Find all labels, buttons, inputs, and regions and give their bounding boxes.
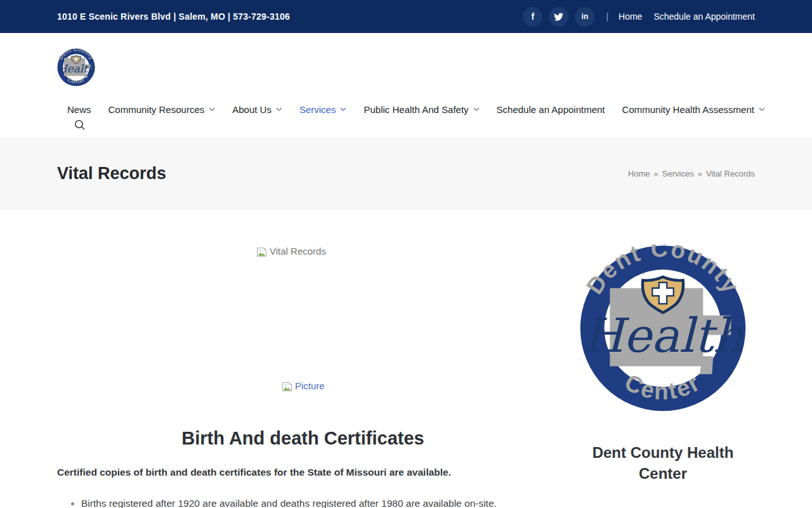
image-alt-link-text: Picture <box>295 380 325 391</box>
topbar-schedule-link[interactable]: Schedule an Appointment <box>653 11 755 22</box>
broken-image-icon <box>281 380 294 393</box>
search-row <box>74 119 755 131</box>
site-logo[interactable] <box>57 48 95 86</box>
chevron-down-icon <box>340 107 346 112</box>
sidebar: Dent County Health Center <box>571 210 755 484</box>
topbar-home-link[interactable]: Home <box>619 11 642 22</box>
breadcrumb-separator: » <box>698 169 702 178</box>
sidebar-logo <box>579 244 747 412</box>
breadcrumb-separator: » <box>654 169 658 178</box>
image-alt-text: Vital Records <box>270 246 326 257</box>
breadcrumb-current: Vital Records <box>706 169 755 178</box>
main-content-area: Vital Records Picture Birth And death Ce… <box>0 210 812 508</box>
intro-paragraph: Certified copies of birth and death cert… <box>57 465 549 479</box>
chevron-down-icon <box>473 107 480 112</box>
page-title-band: Vital Records Home » Services » Vital Re… <box>0 138 812 210</box>
nav-item-services[interactable]: Services <box>299 104 347 115</box>
topbar: 1010 E Scenic Rivers Blvd | Salem, MO | … <box>0 0 812 33</box>
broken-image-vital-records: Vital Records <box>256 246 549 258</box>
facebook-icon[interactable]: f <box>523 7 542 27</box>
article-content: Vital Records Picture Birth And death Ce… <box>57 210 549 508</box>
nav-item-public-health-and-safety[interactable]: Public Health And Safety <box>363 104 479 115</box>
chevron-down-icon <box>759 107 765 112</box>
twitter-icon[interactable] <box>549 7 568 27</box>
linkedin-icon[interactable]: in <box>575 7 594 27</box>
search-icon[interactable] <box>74 119 86 131</box>
chevron-down-icon <box>209 107 215 112</box>
site-header: News Community Resources About Us Servic… <box>0 33 812 138</box>
social-links: f in <box>523 7 594 27</box>
info-list: Births registered after 1920 are availab… <box>57 497 549 508</box>
page-title: Vital Records <box>57 164 166 184</box>
topbar-right: f in | Home Schedule an Appointment <box>523 7 755 27</box>
nav-item-community-resources[interactable]: Community Resources <box>108 104 216 115</box>
broken-image-icon <box>256 246 268 258</box>
nav-item-about-us[interactable]: About Us <box>232 104 282 115</box>
breadcrumb-home[interactable]: Home <box>628 169 650 178</box>
sidebar-title: Dent County Health Center <box>593 442 734 484</box>
broken-image-picture-link[interactable]: Picture <box>281 380 549 393</box>
address-phone-text: 1010 E Scenic Rivers Blvd | Salem, MO | … <box>57 11 290 22</box>
main-navigation: News Community Resources About Us Servic… <box>67 104 755 115</box>
nav-item-schedule-an-appointment[interactable]: Schedule an Appointment <box>497 104 605 115</box>
nav-item-news[interactable]: News <box>67 104 91 115</box>
breadcrumb-services[interactable]: Services <box>662 169 694 178</box>
list-item: Births registered after 1920 are availab… <box>81 497 549 508</box>
chevron-down-icon <box>276 107 282 112</box>
breadcrumb: Home » Services » Vital Records <box>628 169 755 178</box>
section-heading: Birth And death Certificates <box>57 427 549 449</box>
nav-item-community-health-assessment[interactable]: Community Health Assessment <box>622 104 765 115</box>
topbar-divider: | <box>606 11 608 22</box>
